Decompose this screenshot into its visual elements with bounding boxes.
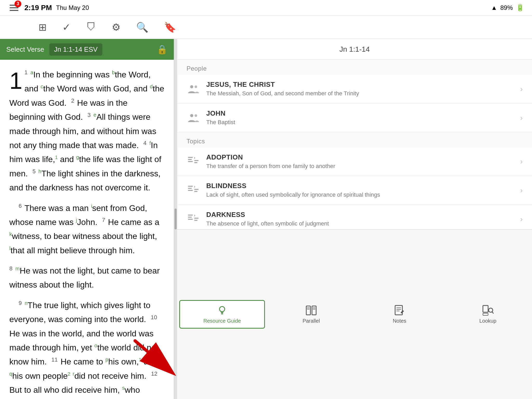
tab-notes[interactable]: Notes bbox=[357, 300, 442, 329]
people-icon-jesus bbox=[187, 82, 200, 96]
topic-item-blindness[interactable]: BLINDNESS Lack of sight, often used symb… bbox=[177, 176, 532, 205]
bookmark-icon[interactable]: ✓ bbox=[62, 22, 71, 33]
svg-rect-44 bbox=[395, 305, 402, 315]
verse-num-5: 5 bbox=[32, 168, 36, 175]
jesus-title: JESUS, THE CHRIST bbox=[206, 81, 514, 89]
svg-line-51 bbox=[492, 312, 493, 313]
topic-icon-blindness bbox=[187, 184, 200, 197]
svg-rect-15 bbox=[194, 191, 197, 192]
settings-icon[interactable]: ⚙ bbox=[112, 22, 121, 33]
verse-num-9: 9 bbox=[19, 300, 22, 306]
svg-rect-12 bbox=[188, 190, 193, 191]
verse-num-10: 10 bbox=[151, 314, 157, 321]
status-date: Thu May 20 bbox=[56, 4, 89, 11]
svg-rect-4 bbox=[188, 157, 193, 158]
svg-point-1 bbox=[195, 85, 197, 88]
tab-parallel-label: Parallel bbox=[303, 318, 320, 324]
select-verse-button[interactable]: Select Verse bbox=[6, 45, 44, 54]
resource-header: Jn 1:1-14 bbox=[177, 39, 532, 60]
svg-rect-16 bbox=[188, 215, 193, 216]
svg-rect-20 bbox=[194, 218, 198, 219]
svg-rect-10 bbox=[188, 186, 193, 187]
svg-rect-5 bbox=[188, 159, 192, 160]
blindness-subtitle: Lack of sight, often used symbolically f… bbox=[206, 191, 514, 199]
svg-rect-14 bbox=[194, 189, 198, 190]
bible-panel: Select Verse Jn 1:1-14 ESV 🔒 1 1 aIn the… bbox=[0, 39, 174, 399]
svg-point-0 bbox=[190, 85, 193, 88]
resource-content-scroll[interactable]: People JESUS, THE CHRIST The Messiah, bbox=[177, 60, 532, 229]
svg-point-2 bbox=[190, 114, 193, 117]
svg-rect-43 bbox=[313, 309, 315, 309]
battery-icon: 🔋 bbox=[516, 4, 524, 12]
wifi-icon: ▲ bbox=[491, 4, 497, 11]
notification-badge: 3 bbox=[15, 1, 21, 7]
people-section-heading: People bbox=[177, 60, 532, 75]
svg-rect-18 bbox=[188, 219, 193, 220]
verse-num-1: 1 bbox=[24, 69, 28, 76]
topic-item-darkness[interactable]: DARKNESS The absence of light, often sym… bbox=[177, 205, 532, 229]
svg-rect-41 bbox=[307, 309, 310, 309]
chevron-right-icon: › bbox=[520, 186, 523, 195]
people-item-jesus[interactable]: JESUS, THE CHRIST The Messiah, Son of Go… bbox=[177, 75, 532, 104]
svg-marker-19 bbox=[194, 215, 195, 217]
chapter-number: 1 bbox=[9, 69, 22, 92]
tab-bar: Resource Guide Parallel bbox=[177, 229, 532, 399]
verse-num-11: 11 bbox=[51, 356, 58, 363]
bible-text-area[interactable]: 1 1 aIn the beginning was bthe Word, and… bbox=[0, 60, 174, 399]
verse-num-2: 2 bbox=[71, 97, 74, 104]
svg-rect-21 bbox=[194, 220, 197, 221]
status-bar: 3 2:19 PM Thu May 20 ▲ 89% 🔋 bbox=[0, 0, 532, 16]
svg-rect-6 bbox=[188, 161, 193, 162]
chevron-right-icon: › bbox=[520, 157, 523, 166]
chevron-right-icon: › bbox=[520, 215, 523, 223]
verse-num-4: 4 bbox=[143, 140, 147, 146]
verse-num-12: 12 bbox=[151, 370, 157, 377]
darkness-subtitle: The absence of light, often symbolic of … bbox=[206, 220, 514, 228]
svg-rect-49 bbox=[483, 313, 488, 315]
john-subtitle: The Baptist bbox=[206, 118, 514, 127]
tab-parallel[interactable]: Parallel bbox=[269, 300, 353, 329]
john-title: JOHN bbox=[206, 109, 514, 117]
status-time: 2:19 PM bbox=[24, 4, 52, 12]
library-icon[interactable]: ⊞ bbox=[38, 22, 47, 33]
darkness-title: DARKNESS bbox=[206, 211, 514, 219]
cart-icon[interactable]: ⛉ bbox=[86, 22, 96, 33]
menu-button[interactable]: 3 bbox=[8, 2, 20, 14]
topic-item-adoption[interactable]: ADOPTION The transfer of a person from o… bbox=[177, 148, 532, 176]
svg-rect-48 bbox=[483, 305, 488, 312]
verse-num-7: 7 bbox=[102, 217, 105, 223]
search-icon[interactable]: 🔍 bbox=[136, 22, 148, 33]
chevron-right-icon: › bbox=[520, 114, 523, 122]
verse-num-6: 6 bbox=[19, 203, 22, 209]
svg-marker-13 bbox=[194, 186, 195, 188]
lookup-icon bbox=[482, 304, 494, 316]
svg-point-34 bbox=[220, 307, 225, 312]
adoption-subtitle: The transfer of a person from one family… bbox=[206, 162, 514, 170]
svg-rect-47 bbox=[396, 311, 400, 311]
verse-reference-button[interactable]: Jn 1:1-14 ESV bbox=[49, 43, 102, 56]
tab-lookup[interactable]: Lookup bbox=[446, 300, 530, 329]
svg-rect-38 bbox=[306, 306, 310, 315]
resource-panel: Jn 1:1-14 People bbox=[177, 39, 532, 399]
battery-percent: 89% bbox=[500, 4, 513, 11]
jesus-subtitle: The Messiah, Son of God, and second memb… bbox=[206, 90, 514, 98]
chevron-right-icon: › bbox=[520, 85, 523, 93]
svg-rect-11 bbox=[188, 188, 192, 189]
panel-divider bbox=[174, 39, 177, 399]
adoption-title: ADOPTION bbox=[206, 153, 514, 161]
topic-icon-adoption bbox=[187, 155, 200, 168]
bible-header: Select Verse Jn 1:1-14 ESV 🔒 bbox=[0, 39, 174, 60]
tab-resource-guide[interactable]: Resource Guide bbox=[179, 300, 265, 329]
topic-icon-darkness bbox=[187, 212, 200, 226]
tab-resource-guide-label: Resource Guide bbox=[203, 318, 241, 324]
svg-rect-9 bbox=[194, 162, 197, 163]
svg-rect-8 bbox=[194, 160, 198, 161]
svg-rect-45 bbox=[396, 308, 401, 308]
svg-rect-46 bbox=[396, 309, 401, 310]
verse-num-3: 3 bbox=[88, 112, 91, 118]
people-icon-john bbox=[187, 111, 200, 125]
menu-icon[interactable] bbox=[10, 21, 23, 34]
lock-icon[interactable]: 🔒 bbox=[157, 44, 168, 55]
people-item-john[interactable]: JOHN The Baptist › bbox=[177, 104, 532, 132]
bookmark-add-icon[interactable]: 🔖 bbox=[164, 22, 176, 33]
